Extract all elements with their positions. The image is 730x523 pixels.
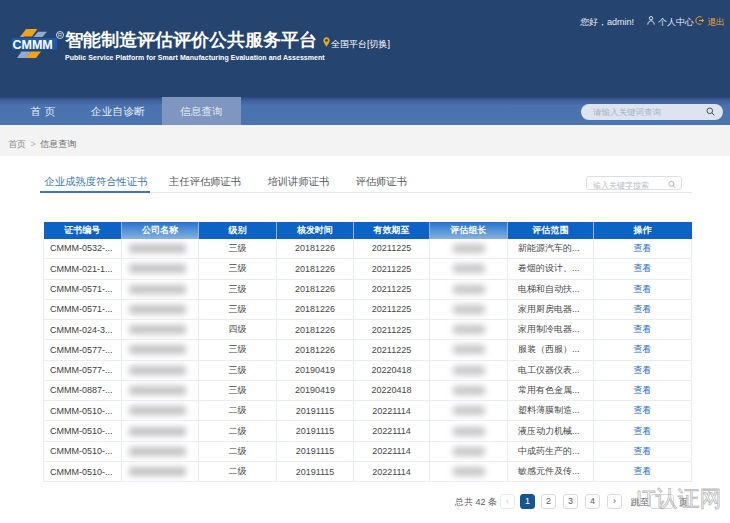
svg-text:CMMM: CMMM <box>13 38 53 52</box>
